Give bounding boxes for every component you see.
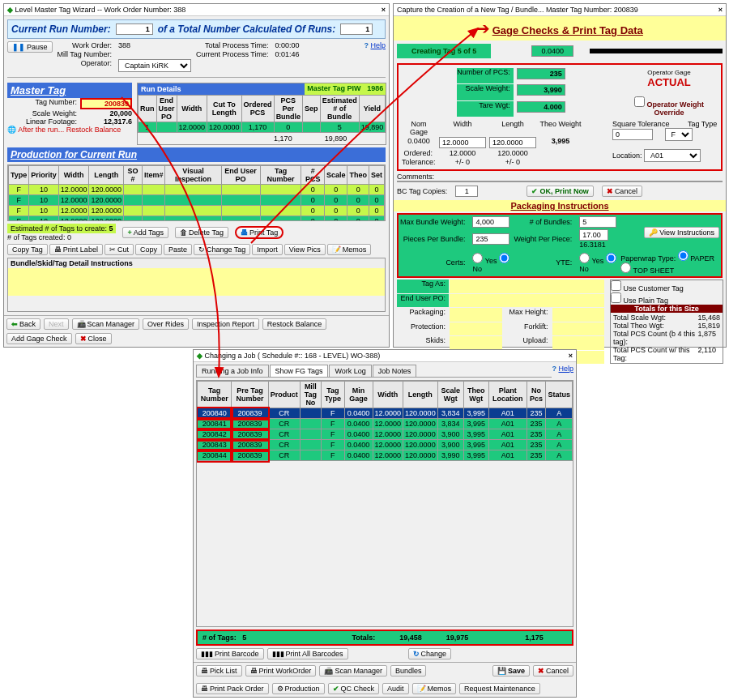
printer-icon: 🖶 — [241, 228, 248, 237]
print-barcode-button[interactable]: ▮▮▮ Print Barcode — [196, 648, 264, 659]
tarewgt-label: Tare Wgt: — [457, 101, 514, 117]
run-banner: Current Run Number: of a Total Number Ca… — [7, 19, 386, 39]
check-icon: ✔ — [531, 187, 538, 195]
tab-job-notes[interactable]: Job Notes — [373, 365, 417, 377]
import-button[interactable]: Import — [252, 244, 283, 255]
tab-show-fg-tags[interactable]: Show FG Tags — [270, 365, 329, 377]
close-button-win2[interactable]: × — [718, 6, 723, 14]
paperwrap[interactable]: Paperwrap Type: PAPER TOP SHEET — [620, 250, 719, 275]
totals-box: Use Customer Tag Use Plain Tag Totals fo… — [610, 280, 723, 364]
creating-gage-input[interactable] — [531, 45, 573, 57]
tab-strip: Running a Job InfoShow FG TagsWork LogJo… — [196, 365, 552, 378]
window-capture-creation: Capture the Creation of a New Tag / Bund… — [393, 3, 727, 348]
pieces-per-bundle-input[interactable] — [472, 233, 509, 245]
close-button-footer[interactable]: ✖ Close — [75, 333, 112, 344]
help-link-win3[interactable]: ? Help — [552, 365, 573, 378]
refresh-icon: ↻ — [198, 245, 205, 254]
view-instructions-button[interactable]: 🔑 View Instructions — [644, 227, 719, 238]
weight-per-piece-input[interactable] — [579, 229, 608, 241]
certs-radio[interactable]: Yes No — [472, 253, 509, 273]
scanner-icon: 📠 — [324, 667, 333, 675]
add-tags-button[interactable]: + Add Tags — [122, 227, 168, 238]
production-button[interactable]: ⚙ Production — [272, 683, 325, 694]
width-label: Width — [439, 120, 486, 136]
enduser-po-label: End User PO: — [397, 294, 449, 308]
print-label-button[interactable]: 🖶 Print Label — [49, 244, 103, 255]
print-all-barcodes-button[interactable]: ▮▮▮ Print All Barcodes — [267, 648, 348, 659]
workorder-label: Work Order: — [58, 41, 115, 49]
cancel-button-win3[interactable]: ✖ Cancel — [533, 665, 573, 677]
arrow-right-icon: ➔ — [476, 19, 490, 37]
gear-icon: ⚙ — [277, 685, 284, 693]
sqtol-input[interactable] — [612, 129, 653, 140]
request-maintenance-button[interactable]: Request Maintenance — [459, 683, 540, 694]
save-icon: 💾 — [497, 667, 506, 675]
certs-label: Certs: — [400, 258, 468, 267]
max-bundle-weight-input[interactable] — [472, 216, 509, 228]
paste-button[interactable]: Paste — [164, 244, 192, 255]
delete-tag-button[interactable]: 🗑 Delete Tag — [175, 227, 228, 238]
change-button[interactable]: ↻ Change — [408, 648, 452, 659]
print-workorder-button[interactable]: 🖶 Print WorkOrder — [245, 665, 317, 677]
print-pack-order-button[interactable]: 🖶 Print Pack Order — [196, 683, 269, 694]
fg-tags-table[interactable]: Tag NumberPre Tag NumberProductMill Tag … — [197, 381, 573, 461]
copy-button[interactable]: Copy — [135, 244, 162, 255]
view-pics-button[interactable]: View Pics — [284, 244, 326, 255]
width-input[interactable] — [439, 137, 486, 148]
location-select[interactable]: A01 — [644, 149, 701, 162]
restock-balance-button[interactable]: Restock Balance — [262, 318, 327, 330]
audit-button[interactable]: Audit — [382, 683, 409, 694]
memos-button-win3[interactable]: 📝 Memos — [412, 683, 457, 694]
yte-radio[interactable]: Yes No — [579, 253, 616, 273]
pause-button[interactable]: ❚❚ Pause — [7, 41, 53, 53]
copy-tag-button[interactable]: Copy Tag — [7, 244, 48, 255]
change-tag-button[interactable]: ↻ Change Tag — [194, 244, 250, 255]
operator-select[interactable]: Captain KiRK — [118, 59, 191, 72]
print-tag-button[interactable]: 🖶 Print Tag — [235, 226, 284, 239]
bc-copies-label: BC Tag Copies: — [397, 187, 447, 195]
back-button[interactable]: ⬅ Back — [6, 318, 40, 330]
bundles-button[interactable]: Bundles — [390, 665, 427, 677]
tab-running-a-job-info[interactable]: Running a Job Info — [196, 365, 269, 377]
nomgage-label: Nom Gage — [402, 120, 436, 136]
tagnumber-label: Tag Number: — [7, 98, 80, 109]
scalewgt-input[interactable] — [517, 84, 565, 96]
overrides-button[interactable]: Over Rides — [143, 318, 189, 330]
picklist-button[interactable]: 🖶 Pick List — [196, 665, 242, 677]
cancel-icon: ✖ — [538, 667, 544, 675]
qc-check-button[interactable]: ✔ QC Check — [328, 683, 380, 694]
max-bundle-weight-label: Max Bundle Weight: — [400, 218, 468, 226]
close-button-win1[interactable]: × — [382, 6, 386, 14]
help-link-win1[interactable]: ? Help — [364, 41, 386, 49]
totals-header: Totals for this Size — [611, 305, 723, 313]
help-icon: ? — [552, 365, 556, 373]
tab-work-log[interactable]: Work Log — [329, 365, 371, 377]
cut-button[interactable]: ✂ Cut — [104, 244, 134, 255]
scan-manager-button[interactable]: 📠 Scan Manager — [72, 318, 140, 330]
cancel-button-win2[interactable]: ✖ Cancel — [602, 186, 642, 197]
inspection-report-button[interactable]: Inspection Report — [192, 318, 259, 330]
production-table[interactable]: TypePriorityWidthLengthSO #Item#Visual I… — [8, 165, 385, 221]
total-runs-input[interactable] — [340, 23, 373, 35]
length-input[interactable] — [489, 137, 536, 148]
close-button-win3[interactable]: × — [569, 352, 573, 360]
total-process-time: 0:00:00 — [275, 41, 299, 49]
pause-icon: ❚❚ — [12, 43, 25, 51]
ok-print-button[interactable]: ✔ OK, Print Now — [526, 186, 594, 197]
tarewgt-input[interactable] — [517, 101, 565, 113]
numpcs-input[interactable] — [517, 68, 565, 79]
memos-button[interactable]: 📝 Memos — [327, 244, 372, 255]
tolerance-label: Tolerance: — [402, 158, 436, 166]
save-button[interactable]: 💾 Save — [492, 665, 530, 677]
scan-manager-button-win3[interactable]: 📠 Scan Manager — [319, 665, 387, 677]
current-run-input[interactable] — [116, 23, 153, 35]
num-bundles-input[interactable] — [579, 216, 616, 228]
bc-copies-input[interactable] — [455, 186, 478, 197]
tagtype-select[interactable]: F — [665, 128, 693, 141]
scalewgt-label: Scale Weight: — [457, 84, 514, 100]
weight-override-checkbox[interactable]: Operator Weight Override — [634, 100, 704, 117]
scaleweight-label: Scale Weight: — [7, 109, 80, 117]
add-gage-check-button[interactable]: Add Gage Check — [6, 333, 72, 344]
scanner-icon: 📠 — [77, 320, 86, 328]
operator-gage-label: Operator Gage — [647, 69, 690, 76]
